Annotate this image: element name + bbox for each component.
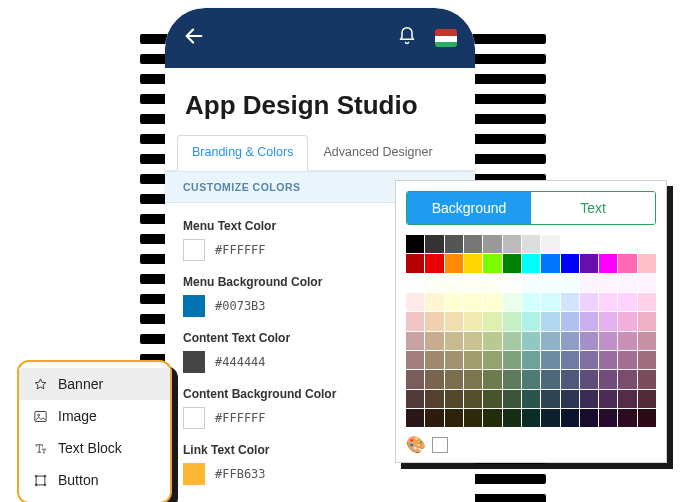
color-swatch[interactable] <box>183 407 205 429</box>
color-hex-value[interactable]: #0073B3 <box>215 299 266 313</box>
palette-cell[interactable] <box>638 254 656 272</box>
palette-cell[interactable] <box>483 293 501 311</box>
tab-branding-colors[interactable]: Branding & Colors <box>177 135 308 171</box>
palette-cell[interactable] <box>425 312 443 330</box>
palette-cell[interactable] <box>425 332 443 350</box>
palette-cell[interactable] <box>561 351 579 369</box>
palette-cell[interactable] <box>638 274 656 292</box>
palette-cell[interactable] <box>618 390 636 408</box>
palette-cell[interactable] <box>580 332 598 350</box>
palette-cell[interactable] <box>425 274 443 292</box>
palette-cell[interactable] <box>618 235 636 253</box>
color-hex-value[interactable]: #FFFFFF <box>215 243 266 257</box>
palette-cell[interactable] <box>503 235 521 253</box>
palette-cell[interactable] <box>541 254 559 272</box>
palette-cell[interactable] <box>503 390 521 408</box>
palette-cell[interactable] <box>406 332 424 350</box>
palette-cell[interactable] <box>445 274 463 292</box>
palette-cell[interactable] <box>618 332 636 350</box>
palette-cell[interactable] <box>483 312 501 330</box>
color-hex-value[interactable]: #FFFFFF <box>215 411 266 425</box>
palette-cell[interactable] <box>638 409 656 427</box>
palette-cell[interactable] <box>541 293 559 311</box>
palette-cell[interactable] <box>580 390 598 408</box>
palette-cell[interactable] <box>483 351 501 369</box>
palette-cell[interactable] <box>638 235 656 253</box>
palette-cell[interactable] <box>425 409 443 427</box>
palette-cell[interactable] <box>445 293 463 311</box>
palette-cell[interactable] <box>406 312 424 330</box>
palette-cell[interactable] <box>580 235 598 253</box>
palette-cell[interactable] <box>503 274 521 292</box>
palette-cell[interactable] <box>445 370 463 388</box>
palette-cell[interactable] <box>503 332 521 350</box>
palette-cell[interactable] <box>406 293 424 311</box>
palette-cell[interactable] <box>561 254 579 272</box>
palette-cell[interactable] <box>522 409 540 427</box>
palette-cell[interactable] <box>406 254 424 272</box>
palette-cell[interactable] <box>561 370 579 388</box>
palette-cell[interactable] <box>464 235 482 253</box>
palette-cell[interactable] <box>425 235 443 253</box>
palette-cell[interactable] <box>561 293 579 311</box>
palette-cell[interactable] <box>522 274 540 292</box>
palette-cell[interactable] <box>503 312 521 330</box>
palette-cell[interactable] <box>618 409 636 427</box>
palette-cell[interactable] <box>599 293 617 311</box>
palette-cell[interactable] <box>580 254 598 272</box>
palette-cell[interactable] <box>425 370 443 388</box>
picker-mode-text[interactable]: Text <box>531 192 655 224</box>
palette-cell[interactable] <box>522 312 540 330</box>
back-icon[interactable] <box>183 25 205 51</box>
color-swatch[interactable] <box>183 239 205 261</box>
palette-cell[interactable] <box>580 409 598 427</box>
palette-cell[interactable] <box>483 254 501 272</box>
palette-cell[interactable] <box>483 274 501 292</box>
palette-cell[interactable] <box>561 274 579 292</box>
palette-cell[interactable] <box>580 351 598 369</box>
palette-cell[interactable] <box>561 235 579 253</box>
palette-cell[interactable] <box>445 312 463 330</box>
palette-cell[interactable] <box>599 409 617 427</box>
palette-cell[interactable] <box>541 390 559 408</box>
palette-cell[interactable] <box>425 254 443 272</box>
palette-cell[interactable] <box>406 274 424 292</box>
palette-cell[interactable] <box>561 312 579 330</box>
palette-cell[interactable] <box>425 351 443 369</box>
palette-cell[interactable] <box>503 293 521 311</box>
palette-cell[interactable] <box>599 351 617 369</box>
palette-cell[interactable] <box>445 409 463 427</box>
palette-cell[interactable] <box>618 370 636 388</box>
color-swatch[interactable] <box>183 463 205 485</box>
palette-cell[interactable] <box>425 293 443 311</box>
palette-cell[interactable] <box>599 390 617 408</box>
palette-cell[interactable] <box>464 312 482 330</box>
palette-cell[interactable] <box>580 293 598 311</box>
palette-cell[interactable] <box>638 370 656 388</box>
palette-cell[interactable] <box>406 409 424 427</box>
palette-cell[interactable] <box>464 351 482 369</box>
palette-cell[interactable] <box>522 254 540 272</box>
palette-cell[interactable] <box>483 409 501 427</box>
palette-cell[interactable] <box>483 235 501 253</box>
palette-cell[interactable] <box>638 312 656 330</box>
palette-cell[interactable] <box>618 312 636 330</box>
palette-cell[interactable] <box>580 274 598 292</box>
palette-cell[interactable] <box>599 370 617 388</box>
tab-advanced-designer[interactable]: Advanced Designer <box>308 135 447 170</box>
palette-cell[interactable] <box>522 293 540 311</box>
palette-cell[interactable] <box>503 409 521 427</box>
palette-cell[interactable] <box>522 351 540 369</box>
widget-option-banner[interactable]: Banner <box>19 368 170 400</box>
palette-cell[interactable] <box>464 409 482 427</box>
palette-cell[interactable] <box>522 390 540 408</box>
current-color-swatch[interactable] <box>432 437 448 453</box>
palette-cell[interactable] <box>406 351 424 369</box>
palette-cell[interactable] <box>541 409 559 427</box>
palette-cell[interactable] <box>445 235 463 253</box>
palette-cell[interactable] <box>541 235 559 253</box>
palette-cell[interactable] <box>561 390 579 408</box>
color-hex-value[interactable]: #444444 <box>215 355 266 369</box>
palette-cell[interactable] <box>445 351 463 369</box>
palette-cell[interactable] <box>580 312 598 330</box>
